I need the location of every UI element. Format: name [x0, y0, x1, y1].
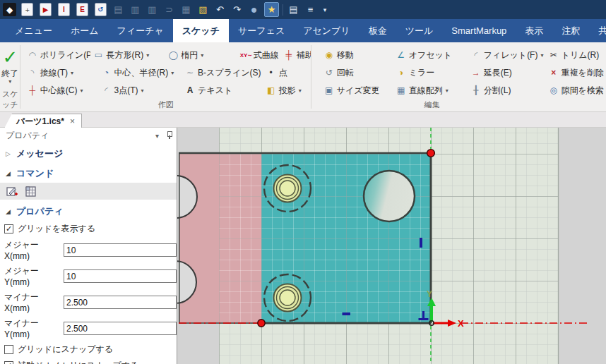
refresh-document-icon[interactable]: ↺	[95, 3, 107, 16]
pin-icon[interactable]	[166, 131, 172, 140]
hole-circle-large[interactable]	[364, 171, 415, 222]
expand-triangle-icon[interactable]: ◢	[6, 208, 12, 215]
checkbox-unchecked[interactable]	[4, 345, 13, 354]
close-tab-icon[interactable]: ×	[70, 116, 75, 126]
toolbar-options-icon[interactable]: ▾	[321, 3, 329, 16]
fillet-button[interactable]: ◜フィレット(F)	[468, 49, 546, 61]
linear-pattern-button[interactable]: ▦直線配列	[393, 85, 468, 97]
move-button[interactable]: ◉移動	[321, 49, 393, 61]
polyline-button[interactable]: ◠ポリライン(P)	[25, 49, 91, 61]
catalog-folder-icon[interactable]: ▧	[196, 3, 210, 16]
rotate-icon: ↺	[323, 68, 335, 78]
section-properties[interactable]: ◢ プロパティ	[0, 201, 177, 221]
major-y-input[interactable]	[64, 269, 177, 283]
find-gaps-icon: ◎	[548, 85, 559, 95]
redo-icon[interactable]: ↷	[230, 3, 244, 16]
split-button[interactable]: ╂分割(L)	[468, 85, 546, 97]
auxiliary-button[interactable]: ╪補助	[281, 49, 311, 61]
edit-sketch-button[interactable]	[6, 185, 18, 198]
new-document-icon[interactable]: ＋	[21, 3, 33, 16]
remove-duplicates-button[interactable]: ×重複を削除	[546, 67, 606, 79]
extend-button[interactable]: →延長(E)	[468, 67, 546, 79]
command-bar	[0, 183, 177, 200]
x-axis-label: X	[458, 318, 464, 329]
section-messages[interactable]: ▷ メッセージ	[0, 143, 177, 163]
ellipse-button[interactable]: ◯楕円	[165, 49, 237, 61]
projection-button[interactable]: ◧投影	[263, 85, 311, 97]
finish-check-icon[interactable]: ✓	[2, 48, 18, 66]
smart-tool-icon[interactable]: ★	[264, 2, 279, 17]
grid-settings-button[interactable]	[24, 185, 37, 198]
sketch-endpoint[interactable]	[258, 320, 265, 327]
tab-sheetmetal[interactable]: 板金	[360, 19, 396, 42]
panel-title: プロパティ	[6, 130, 148, 142]
move-icon: ◉	[323, 50, 335, 60]
tab-common[interactable]: 共通	[589, 19, 606, 42]
rectangle-button[interactable]: ▭長方形(R)	[90, 49, 165, 61]
checkbox-checked[interactable]	[4, 361, 13, 364]
show-grid-checkbox-row[interactable]: グリッドを表示する	[0, 221, 177, 237]
linear-pattern-icon: ▦	[396, 85, 407, 95]
tab-feature[interactable]: フィーチャ	[108, 19, 173, 42]
list-view-icon[interactable]: ≡	[304, 3, 317, 16]
rotate-button[interactable]: ↺回転	[321, 67, 393, 79]
panel-menu-icon[interactable]: ▾	[155, 132, 159, 140]
tab-sketch[interactable]: スケッチ	[173, 19, 229, 42]
find-gaps-button[interactable]: ◎隙間を検索	[546, 85, 606, 97]
collapse-triangle-icon[interactable]: ▷	[6, 150, 12, 157]
property-panel: プロパティ ▾ ▷ メッセージ ◢ コマンド	[0, 128, 177, 364]
trim-button[interactable]: ✂トリム(R)	[546, 49, 602, 61]
titlebar: ◆ ＋ ▶ I E ↺ ▤ ▥ ▥ ⊃ ▦ ▧ ↶ ↷ ● ★ ▤ ≡ ▾	[0, 0, 606, 19]
text-button[interactable]: Aテキスト	[182, 85, 263, 97]
ribbon-body: ✓ 終了 ▾ スケッチ ◠ポリライン(P) ▭長方形(R) ◯楕円 XY∼式曲線…	[0, 42, 606, 112]
export-document-icon[interactable]: E	[76, 3, 88, 16]
snap-to-aux-geometry-checkbox-row[interactable]: 補助ジオメトリにスナップする	[0, 358, 177, 364]
three-point-arc-button[interactable]: ◜3点(T)	[99, 85, 182, 97]
finish-dropdown-arrow[interactable]: ▾	[8, 80, 11, 84]
offset-button[interactable]: ∠オフセット	[393, 49, 468, 61]
ribbon-tab-bar: メニュー ホーム フィーチャ スケッチ サーフェス アセンブリ 板金 ツール S…	[0, 19, 606, 42]
undo-icon[interactable]: ↶	[213, 3, 227, 16]
major-x-input[interactable]	[64, 243, 177, 257]
ellipse-icon: ◯	[167, 50, 179, 60]
minor-y-field-row: マイナー Y(mm)	[0, 315, 177, 341]
tab-view[interactable]: 表示	[516, 19, 552, 42]
split-icon: ╂	[470, 85, 482, 95]
document-tab[interactable]: パーツ1.ics* ×	[4, 114, 82, 128]
resize-button[interactable]: ▣サイズ変更	[321, 85, 393, 97]
tab-tools[interactable]: ツール	[396, 19, 443, 42]
center-radius-button[interactable]: ◔中心、半径(R)	[99, 67, 182, 79]
import-document-icon[interactable]: I	[58, 3, 70, 16]
tab-surface[interactable]: サーフェス	[229, 19, 294, 42]
bspline-button[interactable]: ∼B-スプライン(S)	[182, 67, 263, 79]
minor-x-input[interactable]	[64, 296, 177, 309]
minor-x-field-row: マイナー X(mm)	[0, 289, 177, 315]
sphere-view-icon[interactable]: ●	[247, 3, 261, 16]
tangent-line-button[interactable]: ◝接線(T)	[25, 67, 99, 79]
sketch-canvas[interactable]: Y X	[177, 128, 606, 364]
tab-menu[interactable]: メニュー	[6, 19, 61, 42]
tab-annotation[interactable]: 注釈	[552, 19, 589, 42]
tab-assembly[interactable]: アセンブリ	[294, 19, 360, 42]
tangent-line-icon: ◝	[27, 68, 38, 78]
app-logo-icon[interactable]: ◆	[3, 3, 16, 16]
minor-y-input[interactable]	[64, 322, 177, 335]
ribbon-group-edit: ◉移動 ∠オフセット ◜フィレット(F) ✂トリム(R) ↺回転 ◑ミラー →延…	[311, 42, 606, 111]
centerline-button[interactable]: ┼中心線(C)	[25, 85, 99, 97]
mirror-button[interactable]: ◑ミラー	[393, 67, 468, 79]
point-button[interactable]: •点	[263, 67, 311, 79]
open-document-icon[interactable]: ▶	[40, 3, 52, 16]
checkbox-checked[interactable]	[4, 224, 13, 233]
tab-smartmarkup[interactable]: SmartMarkup	[442, 19, 516, 42]
expand-triangle-icon[interactable]: ◢	[6, 170, 12, 177]
insert-part-icon: ▦	[179, 3, 193, 16]
text-icon: A	[184, 85, 196, 95]
property-sheet-icon[interactable]: ▤	[287, 3, 300, 16]
sketch-endpoint[interactable]	[427, 150, 435, 157]
section-command[interactable]: ◢ コマンド	[0, 163, 177, 183]
vertical-constraint-icon	[420, 238, 422, 248]
equation-curve-button[interactable]: XY∼式曲線	[238, 49, 281, 61]
tab-home[interactable]: ホーム	[61, 19, 108, 42]
grid-settings-icon	[25, 186, 37, 198]
snap-to-grid-checkbox-row[interactable]: グリッドにスナップする	[0, 341, 177, 358]
